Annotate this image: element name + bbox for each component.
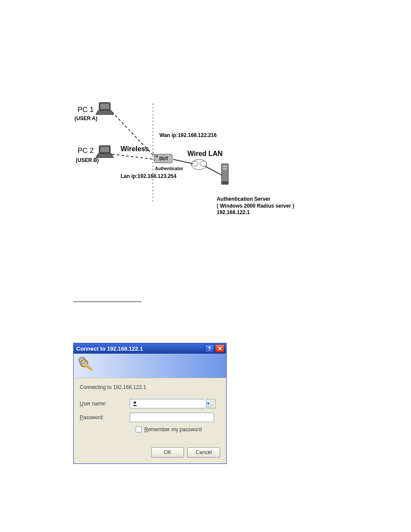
username-combo[interactable]: ▼ (130, 399, 205, 408)
ok-button[interactable]: OK (151, 447, 184, 457)
password-label: Password: (80, 414, 130, 420)
svg-point-15 (200, 161, 207, 166)
svg-rect-5 (100, 147, 109, 152)
pc2-user-label: (USER B) (76, 157, 99, 163)
close-button[interactable]: ✕ (215, 344, 224, 353)
auth-server-title: Authentication Server (217, 196, 271, 202)
pc1-label: PC 1 (78, 106, 94, 114)
dialog-titlebar[interactable]: Connect to 192.168.122.1 ? ✕ (74, 343, 226, 354)
svg-rect-19 (223, 165, 227, 167)
svg-rect-10 (156, 156, 158, 157)
page: PC 1 (USER A) PC 2 (USER B) Wireless Wan… (0, 0, 411, 532)
username-label: User name: (80, 401, 130, 407)
svg-rect-18 (221, 182, 228, 184)
help-button[interactable]: ? (205, 344, 214, 353)
remember-label: Remember my password (144, 426, 202, 432)
dialog-banner (74, 354, 226, 378)
keys-icon (78, 356, 97, 375)
username-dropdown-button[interactable]: ▼ (206, 400, 210, 408)
dialog-title: Connect to 192.168.122.1 (76, 345, 204, 352)
svg-line-16 (205, 166, 223, 176)
wireless-label: Wireless (121, 145, 149, 153)
section-underline (73, 302, 141, 302)
auth-server-subtitle: ( Windows 2000 Radius server ) (217, 203, 294, 209)
lan-ip-label: Lan ip:192.168.123.254 (121, 173, 176, 179)
username-input[interactable] (140, 399, 206, 408)
svg-rect-20 (223, 168, 227, 170)
svg-line-12 (173, 159, 193, 164)
svg-line-8 (112, 154, 155, 159)
auth-server-ip: 192.168.122.1 (217, 209, 250, 215)
user-icon (132, 400, 138, 407)
network-topology-diagram: PC 1 (USER A) PC 2 (USER B) Wireless Wan… (73, 99, 306, 228)
username-row: User name: ▼ ... (80, 399, 220, 408)
pc1-user-label: (USER A) (75, 115, 97, 121)
wired-lan-label: Wired LAN (187, 150, 223, 158)
remember-row[interactable]: Remember my password (136, 426, 220, 432)
dialog-body: Connecting to 192.168.122.1 User name: ▼ (74, 378, 226, 447)
dut-label: DUT (159, 156, 168, 161)
svg-rect-2 (100, 104, 109, 109)
cancel-button[interactable]: Cancel (187, 447, 220, 457)
password-field-wrapper (130, 413, 214, 422)
authenticator-label: Authenticator (155, 166, 183, 171)
dialog-button-row: OK Cancel (74, 447, 226, 464)
svg-point-13 (191, 159, 207, 170)
topology-svg (73, 99, 306, 228)
svg-marker-3 (96, 110, 114, 115)
pc2-label: PC 2 (78, 146, 94, 155)
password-row: Password: (80, 413, 220, 422)
connect-dialog: Connect to 192.168.122.1 ? ✕ Connecting … (73, 343, 227, 464)
connecting-label: Connecting to 192.168.122.1 (80, 384, 220, 390)
svg-point-25 (134, 401, 136, 404)
password-input[interactable] (130, 413, 214, 421)
remember-checkbox[interactable] (136, 426, 142, 432)
wan-ip-label: Wan ip:192.168.122.216 (159, 132, 217, 138)
